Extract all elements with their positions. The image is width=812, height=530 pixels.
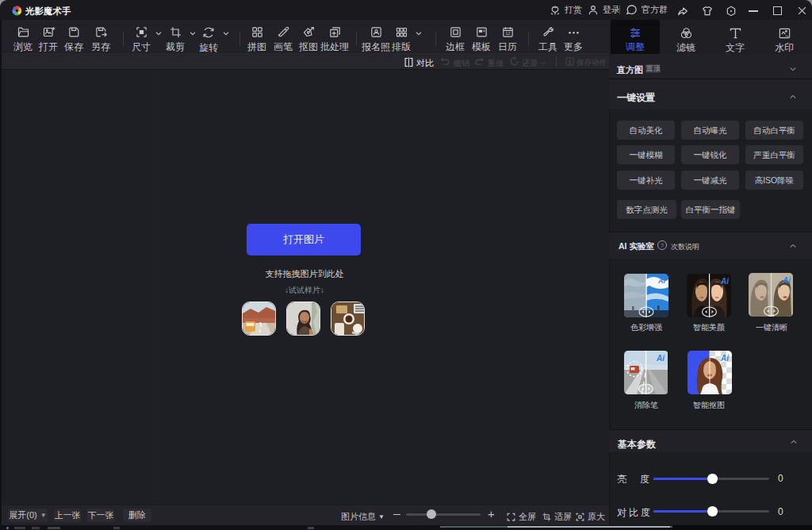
svg-text:12: 12 — [505, 31, 510, 36]
svg-text:Ai: Ai — [720, 354, 729, 363]
svg-text:Ai: Ai — [656, 354, 665, 363]
svg-text:Ai: Ai — [657, 277, 665, 285]
svg-text:Ai: Ai — [782, 276, 791, 285]
svg-text:Ai: Ai — [720, 277, 729, 286]
